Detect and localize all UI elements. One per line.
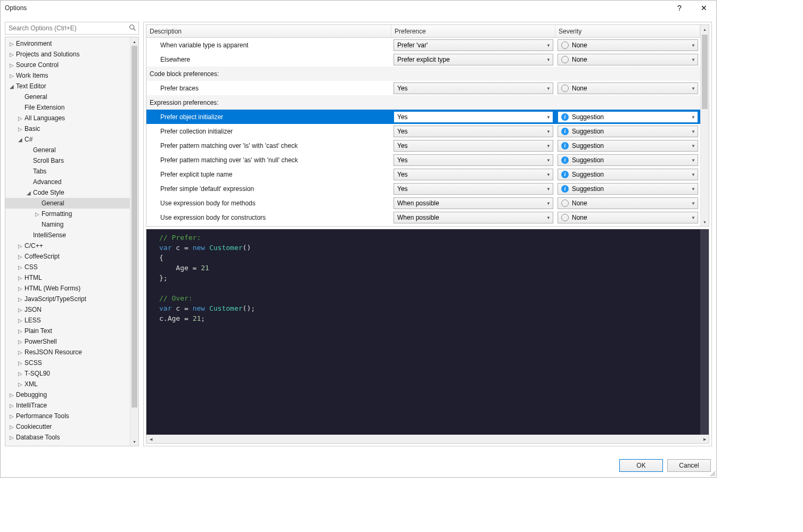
tree-item[interactable]: ▷CoffeeScript xyxy=(5,251,130,262)
tree-item[interactable]: ▷HTML (Web Forms) xyxy=(5,283,130,294)
code-hscrollbar[interactable]: ◀ ▶ xyxy=(146,435,709,443)
tree-item[interactable]: General xyxy=(5,198,130,209)
table-row[interactable]: Prefer collection initializerYes▼iSugges… xyxy=(146,124,700,138)
scroll-down-icon[interactable]: ▼ xyxy=(130,437,138,446)
search-input[interactable] xyxy=(5,24,138,32)
table-row[interactable]: Prefer pattern matching over 'is' with '… xyxy=(146,138,700,153)
tree-item[interactable]: ▷Projects and Solutions xyxy=(5,49,130,60)
severity-dropdown[interactable]: iSuggestion▼ xyxy=(558,154,698,166)
severity-dropdown[interactable]: iSuggestion▼ xyxy=(558,140,698,152)
preference-dropdown[interactable]: Yes▼ xyxy=(394,111,553,123)
code-scrollbar[interactable] xyxy=(700,229,709,435)
tree-item[interactable]: ▷Plain Text xyxy=(5,326,130,336)
scroll-left-icon[interactable]: ◀ xyxy=(146,435,155,443)
tree-item[interactable]: ▷IntelliTrace xyxy=(5,400,130,411)
chevron-right-icon[interactable]: ▷ xyxy=(9,435,15,440)
tree-item[interactable]: ▷ResJSON Resource xyxy=(5,347,130,358)
table-row[interactable]: Prefer pattern matching over 'as' with '… xyxy=(146,153,700,167)
tree-item[interactable]: ▷JavaScript/TypeScript xyxy=(5,294,130,304)
severity-dropdown[interactable]: iSuggestion▼ xyxy=(558,169,698,180)
severity-dropdown[interactable]: None▼ xyxy=(558,197,698,209)
preference-dropdown[interactable]: Prefer explicit type▼ xyxy=(394,54,553,65)
tree-item[interactable]: ◢C# xyxy=(5,134,130,145)
chevron-right-icon[interactable]: ▷ xyxy=(17,328,23,334)
severity-dropdown[interactable]: iSuggestion▼ xyxy=(558,183,698,195)
table-scrollbar[interactable]: ▲ ▼ xyxy=(700,25,709,226)
preference-dropdown[interactable]: Yes▼ xyxy=(394,183,553,195)
chevron-right-icon[interactable]: ▷ xyxy=(17,350,23,355)
preference-dropdown[interactable]: Yes▼ xyxy=(394,140,553,152)
tree-item[interactable]: ▷XML xyxy=(5,379,130,389)
tree-item[interactable]: ▷Debugging xyxy=(5,389,130,400)
severity-dropdown[interactable]: iSuggestion▼ xyxy=(558,111,698,123)
tree-item[interactable]: ◢Text Editor xyxy=(5,81,130,92)
tree-item[interactable]: ▷Formatting xyxy=(5,209,130,219)
scroll-thumb[interactable] xyxy=(132,46,137,408)
chevron-down-icon[interactable]: ◢ xyxy=(26,190,32,196)
chevron-right-icon[interactable]: ▷ xyxy=(17,360,23,366)
tree-item[interactable]: ▷T-SQL90 xyxy=(5,368,130,379)
preference-dropdown[interactable]: When possible▼ xyxy=(394,212,553,223)
tree-item[interactable]: File Extension xyxy=(5,102,130,113)
severity-dropdown[interactable]: iSuggestion▼ xyxy=(558,126,698,137)
tree-item[interactable]: ▷CSS xyxy=(5,262,130,272)
severity-dropdown[interactable]: None▼ xyxy=(558,82,698,94)
table-row[interactable]: Use expression body for methodsWhen poss… xyxy=(146,196,700,210)
chevron-right-icon[interactable]: ▷ xyxy=(9,392,15,398)
chevron-right-icon[interactable]: ▷ xyxy=(17,296,23,302)
chevron-right-icon[interactable]: ▷ xyxy=(17,264,23,270)
scroll-right-icon[interactable]: ▶ xyxy=(700,435,709,443)
chevron-right-icon[interactable]: ▷ xyxy=(17,243,23,249)
preference-dropdown[interactable]: Yes▼ xyxy=(394,126,553,137)
tree-item[interactable]: ▷SCSS xyxy=(5,358,130,368)
chevron-right-icon[interactable]: ▷ xyxy=(17,339,23,345)
tree-item[interactable]: ▷JSON xyxy=(5,304,130,315)
close-button[interactable]: ✕ xyxy=(692,1,716,15)
tree-item[interactable]: ▷Work Items xyxy=(5,70,130,81)
chevron-right-icon[interactable]: ▷ xyxy=(9,403,15,409)
scroll-down-icon[interactable]: ▼ xyxy=(701,218,709,226)
severity-dropdown[interactable]: None▼ xyxy=(558,212,698,223)
cancel-button[interactable]: Cancel xyxy=(667,459,711,472)
table-row[interactable]: Prefer bracesYes▼None▼ xyxy=(146,81,700,95)
tree-item[interactable]: General xyxy=(5,92,130,102)
header-severity[interactable]: Severity xyxy=(555,25,700,37)
chevron-right-icon[interactable]: ▷ xyxy=(9,424,15,430)
tree-item[interactable]: Advanced xyxy=(5,177,130,187)
chevron-right-icon[interactable]: ▷ xyxy=(9,52,15,57)
scroll-up-icon[interactable]: ▲ xyxy=(701,25,709,34)
chevron-right-icon[interactable]: ▷ xyxy=(17,126,23,132)
tree-item[interactable]: Tabs xyxy=(5,166,130,177)
table-row[interactable]: ElsewherePrefer explicit type▼None▼ xyxy=(146,52,700,66)
chevron-down-icon[interactable]: ◢ xyxy=(17,137,23,143)
tree-item[interactable]: ▷Database Tools xyxy=(5,432,130,443)
chevron-right-icon[interactable]: ▷ xyxy=(17,254,23,260)
table-row[interactable]: When variable type is apparentPrefer 'va… xyxy=(146,38,700,52)
tree-item[interactable]: ▷HTML xyxy=(5,272,130,283)
chevron-right-icon[interactable]: ▷ xyxy=(9,73,15,79)
search-box[interactable] xyxy=(5,22,139,35)
chevron-down-icon[interactable]: ◢ xyxy=(9,84,15,89)
chevron-right-icon[interactable]: ▷ xyxy=(17,307,23,313)
tree-item[interactable]: ▷Source Control xyxy=(5,60,130,70)
tree-scrollbar[interactable]: ▲ ▼ xyxy=(130,37,138,446)
tree-item[interactable]: ▷PowerShell xyxy=(5,336,130,347)
chevron-right-icon[interactable]: ▷ xyxy=(17,371,23,377)
ok-button[interactable]: OK xyxy=(619,459,663,472)
chevron-right-icon[interactable]: ▷ xyxy=(17,318,23,323)
tree-item[interactable]: ◢Code Style xyxy=(5,187,130,198)
tree-item[interactable]: Naming xyxy=(5,219,130,230)
scroll-thumb[interactable] xyxy=(702,35,708,109)
tree-item[interactable]: ▷All Languages xyxy=(5,113,130,123)
chevron-right-icon[interactable]: ▷ xyxy=(17,115,23,121)
chevron-right-icon[interactable]: ▷ xyxy=(9,413,15,419)
preference-dropdown[interactable]: Yes▼ xyxy=(394,154,553,166)
chevron-right-icon[interactable]: ▷ xyxy=(9,62,15,68)
tree-item[interactable]: ▷Cookiecutter xyxy=(5,421,130,432)
tree-item[interactable]: ▷C/C++ xyxy=(5,240,130,251)
chevron-right-icon[interactable]: ▷ xyxy=(17,286,23,292)
severity-dropdown[interactable]: None▼ xyxy=(558,39,698,51)
help-button[interactable]: ? xyxy=(667,1,692,15)
header-description[interactable]: Description xyxy=(146,25,391,37)
table-row[interactable]: Use expression body for constructorsWhen… xyxy=(146,210,700,225)
